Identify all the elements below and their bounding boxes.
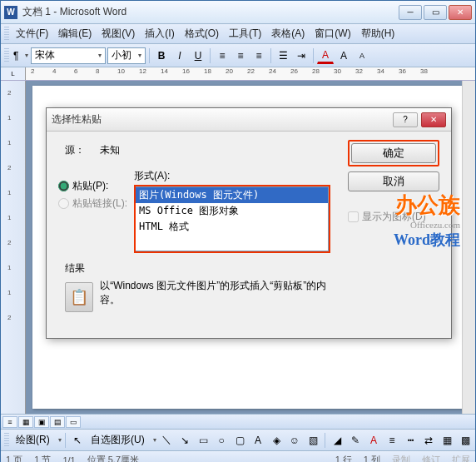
list-item[interactable]: MS Office 图形对象 (136, 203, 328, 219)
select-objects-icon[interactable]: ↖ (69, 432, 86, 449)
rectangle-icon[interactable]: ▭ (195, 432, 211, 449)
status-rev: 修订 (422, 454, 440, 462)
ruler-scale: 2 4 6 8 10 12 14 16 18 20 22 24 26 28 30… (26, 67, 475, 80)
window-controls: ─ ▭ ✕ (399, 5, 472, 20)
titlebar: W 文档 1 - Microsoft Word ─ ▭ ✕ (1, 1, 475, 24)
view-buttons-bar: ≡ ▦ ▣ ▤ ▭ (1, 414, 475, 429)
fill-color-icon[interactable]: ◢ (329, 432, 345, 449)
dash-style-icon[interactable]: ┅ (402, 432, 419, 449)
list-item[interactable]: HTML 格式 (136, 219, 328, 235)
menu-view[interactable]: 视图(V) (97, 25, 140, 42)
diagram-icon[interactable]: ◈ (268, 432, 285, 449)
style-dropdown-icon[interactable]: ¶▾ (12, 47, 29, 64)
result-label: 结果 (65, 261, 340, 276)
indent-icon[interactable]: ⇥ (293, 47, 310, 64)
arrow-icon[interactable]: ↘ (176, 432, 193, 449)
char-scale-button[interactable]: A (335, 47, 352, 64)
app-icon-letter: W (7, 7, 14, 17)
line-icon[interactable]: ＼ (158, 432, 175, 449)
vertical-scrollbar[interactable] (462, 81, 475, 414)
radio-paste-label: 粘贴(P): (72, 179, 108, 193)
ok-button[interactable]: 确定 (351, 143, 436, 163)
format-label: 形式(A): (134, 169, 330, 183)
char-shrink-button[interactable]: A (354, 47, 370, 64)
menu-grip (4, 27, 9, 42)
align-left-icon[interactable]: ≡ (214, 47, 231, 64)
menu-tools[interactable]: 工具(T) (224, 25, 266, 42)
draw-grip (4, 433, 9, 448)
display-as-icon-checkbox: 显示为图标(D) (348, 210, 439, 224)
line-color-icon[interactable]: ✎ (347, 432, 364, 449)
align-center-icon[interactable]: ≡ (232, 47, 249, 64)
bullets-icon[interactable]: ☰ (275, 47, 291, 64)
align-right-icon[interactable]: ≡ (250, 47, 267, 64)
clipart-icon[interactable]: ☺ (286, 432, 303, 449)
ruler-corner: L (1, 67, 26, 80)
draw-menu[interactable]: 绘图(R) (12, 433, 53, 447)
underline-button[interactable]: U (190, 47, 206, 64)
arrow-style-icon[interactable]: ⇄ (420, 432, 437, 449)
menu-file[interactable]: 文件(F) (11, 25, 53, 42)
minimize-button[interactable]: ─ (399, 5, 422, 20)
menu-help[interactable]: 帮助(H) (356, 25, 400, 42)
status-col: 1 列 (364, 454, 380, 462)
font-size-value: 小初 (112, 48, 131, 62)
dialog-close-button[interactable]: ✕ (421, 112, 446, 127)
maximize-button[interactable]: ▭ (424, 5, 447, 20)
font-size-select[interactable]: 小初▾ (107, 47, 146, 64)
oval-icon[interactable]: ○ (213, 432, 230, 449)
italic-button[interactable]: I (171, 47, 188, 64)
wordart-icon[interactable]: A (250, 432, 266, 449)
cancel-button[interactable]: 取消 (348, 171, 439, 191)
status-page: 1 页 (6, 454, 22, 462)
reading-view-icon[interactable]: ▭ (66, 416, 81, 428)
font-name-select[interactable]: 宋体▾ (31, 47, 106, 64)
radio-paste-link[interactable]: 粘贴链接(L): (58, 196, 127, 211)
dialog-body: 源： 未知 粘贴(P): 粘贴链接(L): 形式(A): 图片(Windows … (47, 132, 451, 324)
status-page-of: 1/1 (62, 455, 75, 463)
normal-view-icon[interactable]: ≡ (2, 416, 17, 428)
separator (65, 433, 66, 448)
textbox-icon[interactable]: ▢ (231, 432, 248, 449)
separator (149, 48, 150, 63)
menu-table[interactable]: 表格(A) (266, 25, 310, 42)
separator (313, 48, 314, 63)
picture-icon[interactable]: ▧ (305, 432, 321, 449)
dialog-title: 选择性粘贴 (52, 112, 389, 127)
print-view-icon[interactable]: ▣ (34, 416, 49, 428)
radio-paste-link-input (58, 198, 69, 209)
toolbar-grip (4, 48, 9, 63)
formatting-toolbar: ¶▾ 宋体▾ 小初▾ B I U ≡ ≡ ≡ ☰ ⇥ A A A (1, 44, 475, 67)
font-color-draw-icon[interactable]: A (365, 432, 382, 449)
separator (325, 433, 325, 448)
radio-paste-input[interactable] (58, 181, 69, 191)
web-view-icon[interactable]: ▦ (18, 416, 33, 428)
menu-insert[interactable]: 插入(I) (140, 25, 179, 42)
display-as-icon-label: 显示为图标(D) (362, 210, 426, 224)
status-rec: 录制 (392, 454, 410, 462)
status-ext: 扩展 (452, 454, 470, 462)
result-text: 以“Windows 图元文件图片”的形式插入“剪贴板”的内容。 (100, 279, 333, 307)
autoshapes-menu[interactable]: 自选图形(U) (87, 433, 148, 447)
outline-view-icon[interactable]: ▤ (50, 416, 65, 428)
font-color-button[interactable]: A (317, 47, 334, 64)
format-highlight: 图片(Windows 图元文件) MS Office 图形对象 HTML 格式 (134, 185, 330, 253)
display-as-icon-input (348, 211, 359, 222)
bold-button[interactable]: B (153, 47, 170, 64)
radio-paste[interactable]: 粘贴(P): (58, 179, 127, 193)
drawing-toolbar: 绘图(R)▾ ↖ 自选图形(U)▾ ＼ ↘ ▭ ○ ▢ A ◈ ☺ ▧ ◢ ✎ … (1, 429, 475, 450)
format-listbox[interactable]: 图片(Windows 图元文件) MS Office 图形对象 HTML 格式 (136, 186, 329, 251)
menu-window[interactable]: 窗口(W) (310, 25, 355, 42)
line-style-icon[interactable]: ≡ (384, 432, 400, 449)
menu-edit[interactable]: 编辑(E) (53, 25, 97, 42)
close-button[interactable]: ✕ (449, 5, 472, 20)
list-item[interactable]: 图片(Windows 图元文件) (136, 187, 328, 203)
window-title: 文档 1 - Microsoft Word (22, 5, 399, 19)
status-line: 1 行 (335, 454, 352, 462)
threed-icon[interactable]: ▩ (457, 432, 474, 449)
source-value: 未知 (100, 143, 120, 157)
dialog-help-button[interactable]: ? (393, 112, 418, 127)
shadow-icon[interactable]: ▦ (439, 432, 455, 449)
ok-highlight: 确定 (348, 140, 439, 166)
menu-format[interactable]: 格式(O) (180, 25, 224, 42)
